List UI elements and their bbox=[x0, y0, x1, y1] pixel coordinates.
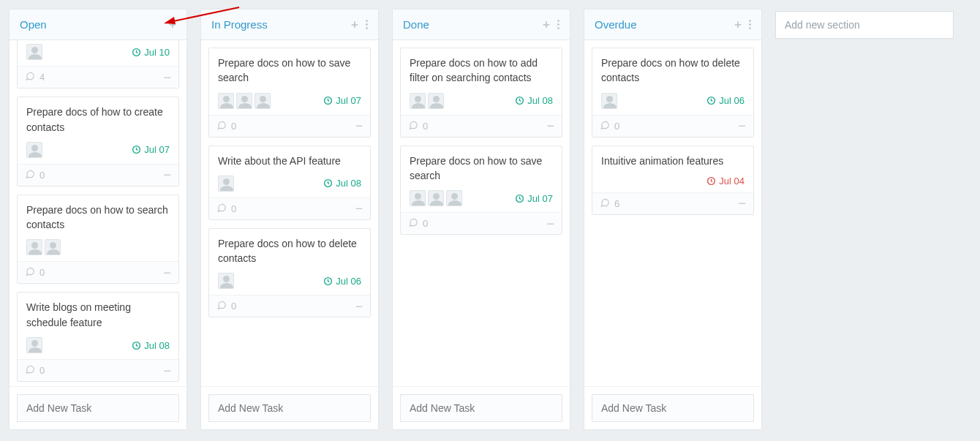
task-card[interactable]: Prepare docs on how to add filter on sea… bbox=[400, 48, 562, 137]
comment-count: 6 bbox=[614, 198, 619, 209]
avatar-group bbox=[26, 142, 45, 158]
avatar[interactable] bbox=[255, 93, 271, 109]
collapse-icon[interactable]: − bbox=[163, 269, 171, 276]
collapse-icon[interactable]: − bbox=[355, 205, 363, 212]
collapse-icon[interactable]: − bbox=[163, 171, 171, 178]
task-card[interactable]: Prepare docs on how to save search Jul 0… bbox=[400, 146, 562, 235]
avatar-group bbox=[601, 93, 619, 109]
comment-icon[interactable] bbox=[216, 120, 227, 132]
column-actions: + bbox=[543, 20, 559, 30]
comment-icon[interactable] bbox=[408, 120, 418, 132]
comment-icon[interactable] bbox=[25, 266, 35, 279]
kanban-column: Done + Prepare docs on how to add filter… bbox=[392, 9, 570, 430]
avatar[interactable] bbox=[410, 93, 426, 109]
due-date: Jul 08 bbox=[515, 95, 553, 106]
task-card[interactable]: Write blogs on meeting schedule feature … bbox=[17, 292, 179, 382]
comment-icon[interactable] bbox=[25, 71, 35, 83]
comment-icon[interactable] bbox=[600, 120, 610, 132]
comment-count: 0 bbox=[231, 301, 236, 312]
column-body[interactable]: Prepare docs on how to add filter on sea… bbox=[393, 40, 570, 386]
task-card[interactable]: Prepare docs on how to delete contacts J… bbox=[592, 48, 754, 137]
card-footer: 0 − bbox=[401, 212, 562, 234]
add-card-icon[interactable]: + bbox=[351, 20, 358, 30]
card-meta: Jul 04 bbox=[592, 173, 753, 192]
card-meta: Jul 08 bbox=[401, 90, 562, 115]
avatar[interactable] bbox=[26, 337, 42, 353]
add-card-icon[interactable]: + bbox=[734, 20, 742, 30]
comment-icon[interactable] bbox=[216, 203, 227, 215]
column-body[interactable]: Prepare docs on how to delete contacts J… bbox=[584, 40, 761, 386]
collapse-icon[interactable]: − bbox=[163, 74, 171, 81]
collapse-icon[interactable]: − bbox=[546, 122, 554, 129]
task-card[interactable]: Prepare docs on how to save search Jul 0… bbox=[208, 48, 371, 137]
column-actions: + bbox=[734, 20, 751, 30]
card-meta: Jul 07 bbox=[209, 90, 370, 115]
task-card[interactable]: Prepare docs of how to create contacts J… bbox=[17, 97, 179, 186]
column-body[interactable]: Prepare docs on how to save search Jul 0… bbox=[201, 40, 378, 386]
avatar-group bbox=[218, 176, 236, 192]
avatar-group bbox=[218, 273, 236, 289]
column-footer bbox=[584, 386, 761, 429]
avatar-group bbox=[218, 93, 273, 109]
card-footer: 0 − bbox=[209, 115, 370, 137]
due-date: Jul 07 bbox=[515, 193, 553, 204]
avatar[interactable] bbox=[26, 142, 42, 158]
column-menu-icon[interactable] bbox=[366, 20, 368, 29]
column-menu-icon[interactable] bbox=[557, 20, 559, 29]
collapse-icon[interactable]: − bbox=[163, 367, 171, 374]
column-title[interactable]: Done bbox=[403, 18, 429, 31]
column-title[interactable]: Overdue bbox=[595, 18, 637, 31]
column-title[interactable]: In Progress bbox=[211, 18, 268, 31]
collapse-icon[interactable]: − bbox=[355, 303, 363, 310]
avatar[interactable] bbox=[446, 190, 462, 206]
comment-icon[interactable] bbox=[408, 217, 418, 230]
task-card[interactable]: Prepare docs on how to search contacts 0… bbox=[17, 195, 179, 284]
column-body[interactable]: extension doc Jul 10 4 − Prepare docs of… bbox=[10, 40, 186, 386]
add-task-input[interactable] bbox=[400, 394, 562, 422]
avatar[interactable] bbox=[218, 93, 234, 109]
collapse-icon[interactable]: − bbox=[546, 220, 554, 227]
comment-count: 0 bbox=[423, 121, 428, 132]
card-title: Prepare docs on how to delete contacts bbox=[209, 229, 370, 271]
comment-icon[interactable] bbox=[600, 197, 610, 210]
column-menu-icon[interactable] bbox=[749, 20, 751, 29]
avatar[interactable] bbox=[601, 93, 617, 109]
collapse-icon[interactable]: − bbox=[738, 200, 746, 207]
task-card[interactable]: extension doc Jul 10 4 − bbox=[17, 40, 179, 88]
kanban-column: Overdue + Prepare docs on how to delete … bbox=[584, 9, 762, 430]
add-task-input[interactable] bbox=[17, 394, 179, 422]
comment-icon[interactable] bbox=[25, 364, 35, 377]
task-card[interactable]: Prepare docs on how to delete contacts J… bbox=[208, 228, 371, 318]
collapse-icon[interactable]: − bbox=[738, 122, 746, 129]
card-title: Prepare docs of how to create contacts bbox=[18, 97, 178, 139]
avatar[interactable] bbox=[218, 273, 234, 289]
add-section-input[interactable] bbox=[775, 11, 954, 39]
due-date: Jul 04 bbox=[706, 176, 745, 186]
avatar[interactable] bbox=[428, 190, 444, 206]
avatar[interactable] bbox=[428, 93, 444, 109]
collapse-icon[interactable]: − bbox=[355, 122, 363, 129]
card-footer: 0 − bbox=[209, 295, 370, 317]
card-title: Write blogs on meeting schedule feature bbox=[18, 293, 178, 334]
add-card-icon[interactable]: + bbox=[169, 20, 176, 30]
add-card-icon[interactable]: + bbox=[543, 20, 550, 30]
add-task-input[interactable] bbox=[208, 394, 371, 422]
column-header: In Progress + bbox=[201, 10, 378, 40]
due-date: Jul 06 bbox=[706, 95, 745, 106]
avatar[interactable] bbox=[26, 44, 42, 60]
avatar[interactable] bbox=[26, 239, 42, 255]
comment-icon[interactable] bbox=[25, 169, 35, 181]
due-date: Jul 08 bbox=[323, 178, 361, 189]
add-task-input[interactable] bbox=[592, 394, 754, 422]
avatar[interactable] bbox=[218, 176, 234, 192]
card-meta: Jul 08 bbox=[18, 334, 178, 359]
task-card[interactable]: Write about the API feature Jul 08 0 − bbox=[208, 146, 371, 220]
comment-icon[interactable] bbox=[216, 300, 227, 312]
avatar[interactable] bbox=[45, 239, 61, 255]
avatar[interactable] bbox=[410, 190, 426, 206]
avatar-group bbox=[26, 239, 63, 255]
column-title[interactable]: Open bbox=[20, 18, 47, 31]
avatar[interactable] bbox=[236, 93, 252, 109]
task-card[interactable]: Intuitive animation features Jul 04 6 − bbox=[592, 146, 754, 215]
comment-count: 0 bbox=[614, 121, 619, 132]
